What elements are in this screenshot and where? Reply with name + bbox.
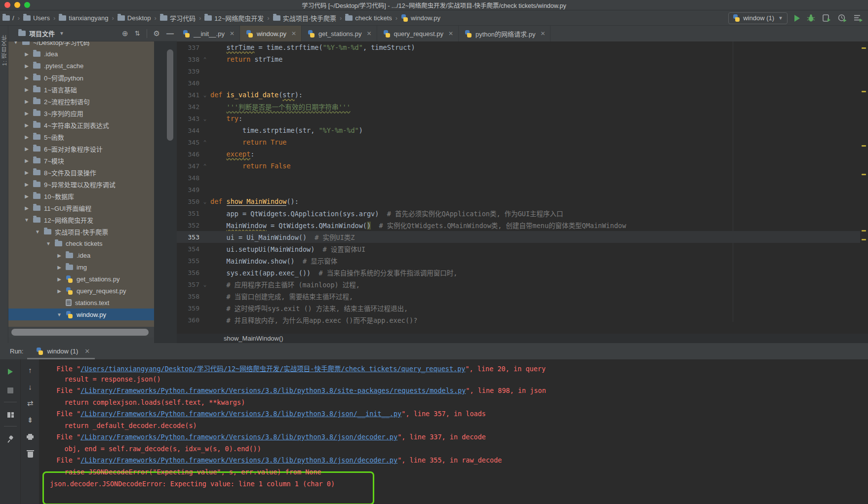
chevron-right-icon[interactable]: ▶ (56, 265, 63, 270)
editor-line[interactable]: 348 (177, 172, 868, 184)
error-stripe[interactable] (860, 41, 868, 334)
tree-item[interactable]: ▶10~数据库 (8, 190, 154, 202)
editor-line[interactable]: 351 app = QtWidgets.QApplication(sys.arg… (177, 207, 868, 219)
chevron-down-icon[interactable]: ▼ (45, 241, 52, 246)
fold-marker-icon[interactable]: ⌄ (199, 92, 210, 98)
tree-item[interactable]: ▼实战项目-快手爬票 (8, 226, 154, 237)
editor-line[interactable]: 357⌄ # 应用程序开启主循环 (mainloop) 过程, (177, 278, 868, 290)
chevron-right-icon[interactable]: ▶ (23, 99, 30, 104)
tree-item[interactable]: ▶8~文件及目录操作 (8, 166, 154, 178)
chevron-right-icon[interactable]: ▶ (23, 75, 30, 80)
chevron-right-icon[interactable]: ▶ (23, 205, 30, 211)
locate-file-icon[interactable]: ⊕ (122, 29, 128, 38)
pin-tab-button[interactable] (0, 432, 21, 445)
up-stack-trace-button[interactable]: ↑ (21, 363, 39, 376)
tree-item[interactable]: ▶3~序列的应用 (8, 107, 154, 119)
breadcrumb-item[interactable]: check tickets (344, 13, 393, 23)
breadcrumb-item[interactable]: tianxiangyang (57, 13, 110, 23)
tree-item[interactable]: ▶2~流程控制语句 (8, 95, 154, 107)
chevron-right-icon[interactable]: ▶ (23, 158, 30, 163)
scroll-to-end-button[interactable]: ⇟ (21, 414, 39, 426)
editor-line[interactable]: 350⌄def show_MainWindow(): (177, 195, 868, 207)
tree-item[interactable]: ▶img (8, 261, 154, 273)
stack-trace-link[interactable]: /Users/tianxiangyang/Desktop/学习代码/12~网络爬… (80, 365, 465, 373)
editor-line[interactable]: 337 strTime = time.strftime("%Y-%m-%d", … (177, 41, 868, 53)
fold-marker-icon[interactable]: ⌃ (199, 163, 210, 169)
chevron-right-icon[interactable]: ▶ (23, 63, 30, 69)
tree-item[interactable]: ▶9~异常处理以及程序调试 (8, 178, 154, 190)
editor-line[interactable]: 341⌄def is_valid_date(str): (177, 89, 868, 101)
chevron-right-icon[interactable]: ▶ (23, 51, 30, 57)
stop-button[interactable] (0, 384, 21, 397)
breadcrumb-item[interactable]: / (1, 13, 16, 23)
run-configuration-select[interactable]: window (1) ▼ (728, 12, 788, 24)
fold-marker-icon[interactable]: ⌄ (199, 198, 210, 205)
editor-line[interactable]: 360 # 并且释放内存, 为什么用app.exec ()而不是app.exec… (177, 314, 868, 326)
debug-button[interactable] (807, 14, 815, 22)
chevron-down-icon[interactable]: ▼ (34, 229, 41, 234)
close-icon[interactable]: ✕ (230, 30, 235, 37)
editor-line[interactable]: 339 (177, 65, 868, 77)
close-icon[interactable]: ✕ (84, 348, 90, 355)
breadcrumb-item[interactable]: window.py (399, 13, 442, 23)
gear-icon[interactable]: ⚙ (154, 29, 160, 38)
chevron-right-icon[interactable]: ▶ (23, 122, 30, 128)
run-button[interactable] (794, 15, 800, 22)
chevron-right-icon[interactable]: ▶ (56, 288, 63, 294)
clear-console-button[interactable] (21, 447, 39, 460)
tree-item[interactable]: ▶.idea (8, 249, 154, 261)
tree-item[interactable]: ▶7~模块 (8, 155, 154, 166)
down-stack-trace-button[interactable]: ↓ (21, 380, 39, 393)
print-button[interactable] (21, 430, 39, 443)
tree-item[interactable]: ▶5~函数 (8, 131, 154, 143)
tree-item[interactable]: ▶.pytest_cache (8, 60, 154, 72)
editor-line[interactable]: 358 # 当窗口创建完成, 需要结束主循环过程, (177, 290, 868, 302)
stack-trace-link[interactable]: /Library/Frameworks/Python.framework/Ver… (80, 433, 397, 441)
tool-window-button-project[interactable]: 1: 项目文件 (0, 35, 8, 66)
chevron-right-icon[interactable]: ▶ (23, 182, 30, 187)
fold-marker-icon[interactable]: ⌃ (199, 56, 210, 63)
project-vertical-scrollbar[interactable] (167, 49, 173, 141)
tree-item[interactable]: ▼12~网络爬虫开发 (8, 214, 154, 226)
code-editor[interactable]: 337 strTime = time.strftime("%Y-%m-%d", … (177, 41, 868, 334)
editor-line[interactable]: 359 # 这时候呼叫sys.exit () 方法来, 结束主循环过程退出, (177, 302, 868, 314)
profiler-button[interactable] (838, 14, 847, 22)
stack-trace-link[interactable]: /Library/Frameworks/Python.framework/Ver… (80, 456, 397, 464)
editor-line[interactable]: 352 MainWindow = QtWidgets.QMainWindow()… (177, 219, 868, 231)
editor-line[interactable]: 338⌃ return strTime (177, 53, 868, 65)
chevron-down-icon[interactable]: ▼ (12, 41, 19, 45)
close-icon[interactable]: ✕ (366, 30, 371, 37)
editor-line[interactable]: 349 (177, 184, 868, 195)
tree-item[interactable]: ▶.idea (8, 48, 154, 60)
editor-line[interactable]: 347⌃ return False (177, 160, 868, 172)
tree-item[interactable]: ▼check tickets (8, 237, 154, 249)
tree-item[interactable]: ▼~/Desktop/学习代码 (8, 41, 154, 48)
close-icon[interactable]: ✕ (448, 30, 453, 37)
hide-panel-icon[interactable]: — (166, 29, 174, 38)
breadcrumb-item[interactable]: 学习代码 (158, 12, 197, 24)
editor-line[interactable]: 344 time.strptime(str, "%Y-%m-%d") (177, 124, 868, 136)
editor-line[interactable]: 340 (177, 77, 868, 89)
chevron-down-icon[interactable]: ▼ (23, 217, 30, 223)
editor-tab[interactable]: python的网络请求.py✕ (459, 26, 551, 41)
chevron-right-icon[interactable]: ▶ (23, 194, 30, 199)
chevron-right-icon[interactable]: ▶ (23, 134, 30, 140)
editor-line[interactable]: 354 ui.setupUi(MainWindow) # 设置窗体UI (177, 243, 868, 255)
concurrency-diagram-button[interactable] (854, 14, 863, 22)
restore-layout-button[interactable] (0, 408, 21, 421)
tree-item[interactable]: ▶4~字符串及正则表达式 (8, 119, 154, 131)
tree-item[interactable]: ▶0~何谓python (8, 72, 154, 83)
editor-tab[interactable]: get_stations.py✕ (302, 26, 377, 41)
editor-tab[interactable]: query_request.py✕ (377, 26, 459, 41)
run-with-coverage-button[interactable] (822, 14, 831, 22)
editor-line[interactable]: 345⌃ return True (177, 136, 868, 148)
editor-line[interactable]: 356 sys.exit(app.exec_()) # 当来自操作系统的分发事件… (177, 267, 868, 278)
tree-item[interactable]: ▶get_stations.py (8, 273, 154, 285)
chevron-right-icon[interactable]: ▶ (56, 276, 63, 282)
editor-line[interactable]: 346 except: (177, 148, 868, 160)
editor-line[interactable]: 342 '''判断是否是一个有效的日期字符串''' (177, 101, 868, 113)
tree-item[interactable]: ▶query_request.py (8, 285, 154, 297)
stack-trace-link[interactable]: /Library/Frameworks/Python.framework/Ver… (80, 410, 401, 418)
editor-breadcrumb[interactable]: show_MainWindow() (224, 335, 283, 342)
close-icon[interactable]: ✕ (540, 30, 545, 37)
